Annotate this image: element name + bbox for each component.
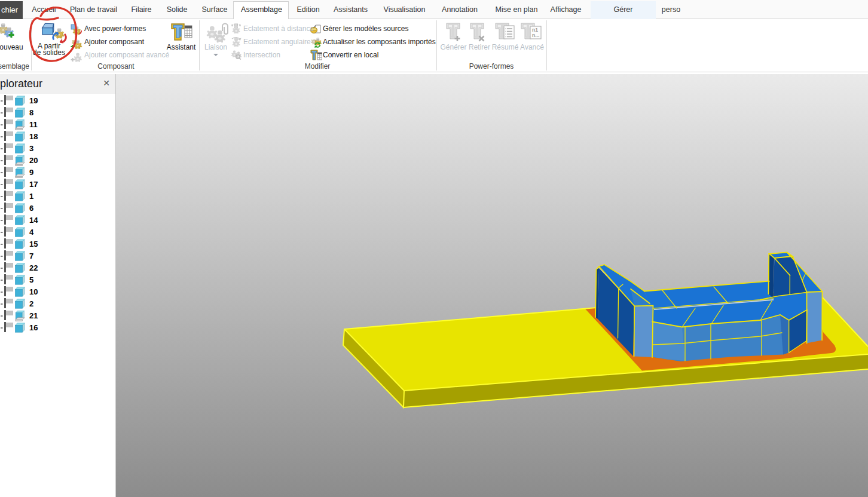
- svg-text:n...: n...: [532, 32, 539, 38]
